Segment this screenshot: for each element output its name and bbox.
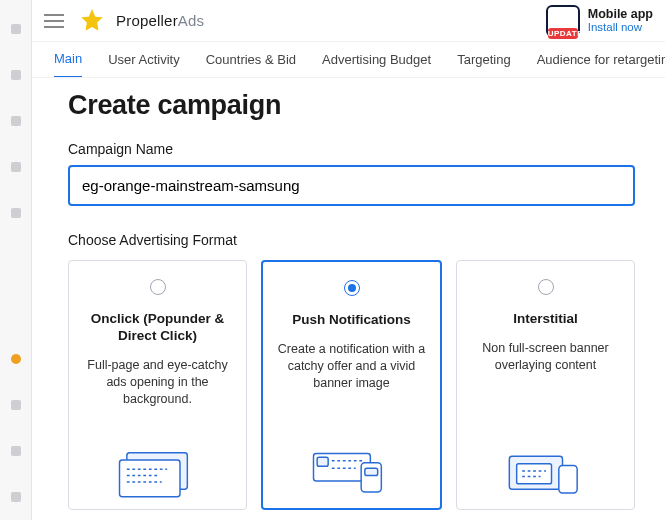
main-content: Create campaign Campaign Name Choose Adv…	[32, 78, 665, 520]
brand-light: Ads	[178, 12, 204, 29]
sidebar-icon[interactable]	[11, 70, 21, 80]
sidebar-icon-alert[interactable]	[11, 354, 21, 364]
mobile-app-cta[interactable]: Install now	[588, 21, 653, 34]
format-label: Choose Advertising Format	[68, 232, 635, 248]
format-title: Interstitial	[513, 311, 578, 328]
campaign-name-input[interactable]	[68, 165, 635, 206]
svg-rect-15	[558, 466, 576, 494]
format-card-interstitial[interactable]: Interstitial Non full-screen banner over…	[456, 260, 635, 510]
tab-countries-bid[interactable]: Countries & Bid	[206, 43, 296, 77]
svg-rect-6	[317, 457, 328, 466]
format-title: Onclick (Popunder & Direct Click)	[81, 311, 234, 345]
format-desc: Create a notification with a catchy offe…	[275, 341, 428, 392]
update-badge: UPDATE	[548, 28, 578, 39]
tab-budget[interactable]: Advertising Budget	[322, 43, 431, 77]
sidebar-icon[interactable]	[11, 208, 21, 218]
format-title: Push Notifications	[292, 312, 411, 329]
radio-icon	[538, 279, 554, 295]
format-card-push[interactable]: Push Notifications Create a notification…	[261, 260, 442, 510]
sidebar-icon[interactable]	[11, 492, 21, 502]
mobile-app-title: Mobile app	[588, 7, 653, 21]
sidebar-icon[interactable]	[11, 24, 21, 34]
tab-bar: Main User Activity Countries & Bid Adver…	[32, 42, 665, 78]
app-sidebar	[0, 0, 32, 520]
svg-rect-12	[516, 464, 551, 484]
logo-icon	[78, 8, 106, 34]
radio-icon	[344, 280, 360, 296]
sidebar-icon[interactable]	[11, 162, 21, 172]
radio-icon	[150, 279, 166, 295]
format-illustration	[469, 443, 622, 499]
campaign-name-label: Campaign Name	[68, 141, 635, 157]
mobile-app-promo[interactable]: UPDATE Mobile app Install now	[546, 5, 653, 37]
format-desc: Non full-screen banner overlaying conten…	[469, 340, 622, 374]
page-title: Create campaign	[68, 90, 635, 121]
brand-strong: Propeller	[116, 12, 178, 29]
tab-targeting[interactable]: Targeting	[457, 43, 510, 77]
sidebar-icon[interactable]	[11, 400, 21, 410]
format-card-onclick[interactable]: Onclick (Popunder & Direct Click) Full-p…	[68, 260, 247, 510]
tab-audience[interactable]: Audience for retargeting	[537, 43, 665, 77]
hamburger-icon[interactable]	[44, 14, 64, 28]
brand-name: PropellerAds	[116, 12, 204, 29]
phone-icon: UPDATE	[546, 5, 580, 37]
format-illustration	[81, 443, 234, 499]
svg-rect-10	[364, 468, 377, 475]
sidebar-icon[interactable]	[11, 446, 21, 456]
svg-rect-1	[119, 460, 180, 497]
tab-main[interactable]: Main	[54, 42, 82, 78]
format-options: Onclick (Popunder & Direct Click) Full-p…	[68, 260, 635, 510]
format-desc: Full-page and eye-catchy ads opening in …	[81, 357, 234, 408]
svg-rect-9	[361, 463, 381, 492]
format-illustration	[275, 442, 428, 498]
topbar: PropellerAds UPDATE Mobile app Install n…	[32, 0, 665, 42]
sidebar-icon[interactable]	[11, 116, 21, 126]
tab-user-activity[interactable]: User Activity	[108, 43, 180, 77]
